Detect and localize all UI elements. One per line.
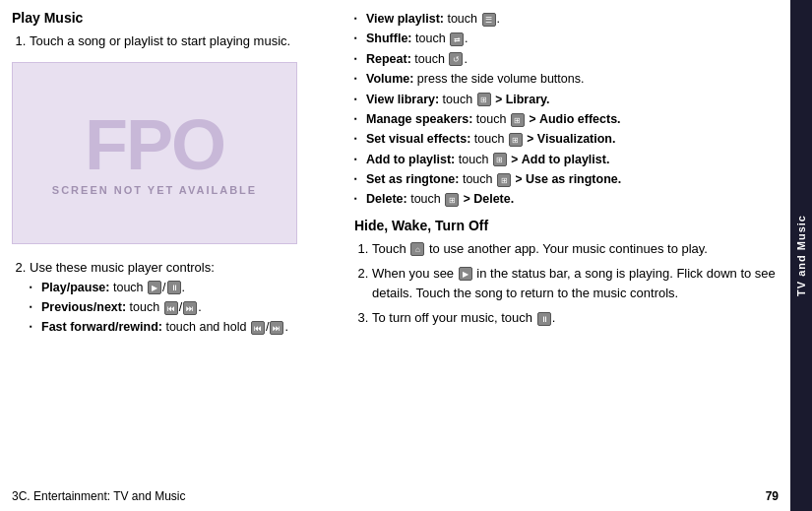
step2-list: Use these music player controls: Play/pa… <box>12 258 337 338</box>
add-to-playlist-option: Add to playlist. <box>522 153 610 166</box>
ctrl-repeat: Repeat: touch ↺. <box>354 50 779 69</box>
hide-step2: When you see ▶ in the status bar, a song… <box>372 264 779 305</box>
visualization-option: Visualization. <box>537 132 616 146</box>
hide-step3: To turn off your music, touch ⏸. <box>372 308 779 329</box>
left-steps-list: Touch a song or playlist to start playin… <box>12 32 337 52</box>
rew-icon: ⏭ <box>270 321 283 335</box>
status-icon: ▶ <box>459 267 472 281</box>
ctrl-delete: Delete: touch ⊞ > Delete. <box>354 190 779 209</box>
ctrl-visual-effects-label: Set visual effects: <box>366 132 470 146</box>
left-column: Play Music Touch a song or playlist to s… <box>12 10 346 501</box>
ctrl-add-playlist-label: Add to playlist: <box>366 153 455 166</box>
home-icon: ⌂ <box>410 242 424 256</box>
controls-list: Play/pause: touch ▶/⏸. Previous/next: to… <box>30 279 337 338</box>
ctrl-view-playlist: View playlist: touch ☰. <box>354 10 779 29</box>
ctrl-volume-label: Volume: <box>366 72 413 86</box>
grid-icon-ring: ⊞ <box>497 173 511 187</box>
ctrl-view-library-label: View library: <box>366 93 439 106</box>
fpo-image-placeholder: FPO SCREEN NOT YET AVAILABLE <box>12 62 297 244</box>
grid-icon-vis: ⊞ <box>509 133 523 147</box>
control-play-pause: Play/pause: touch ▶/⏸. <box>30 279 337 297</box>
hide-step1: Touch ⌂ to use another app. Your music c… <box>372 239 779 260</box>
ctrl-shuffle: Shuffle: touch ⇄. <box>354 30 779 48</box>
side-tab: TV and Music <box>790 0 812 511</box>
delete-option: Delete. <box>473 192 514 206</box>
ctrl-visual-effects: Set visual effects: touch ⊞ > Visualizat… <box>354 130 779 149</box>
control-play-pause-label: Play/pause: <box>41 281 109 294</box>
side-tab-label: TV and Music <box>795 215 807 296</box>
pause-icon: ⏸ <box>167 281 181 294</box>
ctrl-view-library: View library: touch ⊞ > Library. <box>354 91 779 109</box>
audio-effects-option: Audio effects. <box>539 112 621 126</box>
control-prev-next: Previous/next: touch ⏮/⏭. <box>30 298 337 317</box>
right-column: View playlist: touch ☰. Shuffle: touch ⇄… <box>346 10 779 501</box>
ctrl-view-playlist-label: View playlist: <box>366 12 444 26</box>
ctrl-shuffle-label: Shuffle: <box>366 32 412 45</box>
ctrl-delete-label: Delete: <box>366 192 407 206</box>
fpo-label: FPO <box>85 109 224 180</box>
play-icon: ▶ <box>148 281 161 294</box>
repeat-icon: ↺ <box>449 52 463 66</box>
ctrl-manage-speakers: Manage speakers: touch ⊞ > Audio effects… <box>354 110 779 129</box>
fpo-sublabel: SCREEN NOT YET AVAILABLE <box>52 184 257 196</box>
footer-chapter: 3C. Entertainment: TV and Music <box>12 489 186 503</box>
control-prev-next-label: Previous/next: <box>41 300 126 314</box>
page-footer: 3C. Entertainment: TV and Music 79 <box>0 489 790 503</box>
page-title: Play Music <box>12 10 337 26</box>
step2: Use these music player controls: Play/pa… <box>30 258 337 338</box>
grid-icon-del: ⊞ <box>445 193 459 207</box>
pause-stop-icon: ⏸ <box>537 312 551 326</box>
ctrl-set-ringtone: Set as ringtone: touch ⊞ > Use as ringto… <box>354 170 779 189</box>
ffwd-icon: ⏮ <box>251 321 265 335</box>
grid-icon-add: ⊞ <box>493 153 507 166</box>
grid-icon-spk: ⊞ <box>511 113 525 127</box>
shuffle-icon: ⇄ <box>450 32 464 46</box>
control-ffwd-rewind: Fast forward/rewind: touch and hold ⏮/⏭. <box>30 318 337 337</box>
menu-icon: ☰ <box>482 13 496 27</box>
ctrl-repeat-label: Repeat: <box>366 52 411 66</box>
ctrl-volume: Volume: press the side volume buttons. <box>354 70 779 89</box>
ctrl-add-playlist: Add to playlist: touch ⊞ > Add to playli… <box>354 151 779 169</box>
prev-icon: ⏮ <box>164 301 178 315</box>
library-option: Library. <box>506 93 550 106</box>
main-content: Play Music Touch a song or playlist to s… <box>0 0 790 511</box>
control-ffwd-label: Fast forward/rewind: <box>41 320 162 334</box>
hide-wake-heading: Hide, Wake, Turn Off <box>354 218 779 233</box>
ctrl-set-ringtone-label: Set as ringtone: <box>366 172 459 186</box>
hide-steps-list: Touch ⌂ to use another app. Your music c… <box>354 239 779 329</box>
ctrl-manage-speakers-label: Manage speakers: <box>366 112 472 126</box>
next-icon: ⏭ <box>183 301 197 315</box>
grid-icon-lib: ⊞ <box>477 93 491 106</box>
use-as-ringtone-option: Use as ringtone. <box>526 172 621 186</box>
step1: Touch a song or playlist to start playin… <box>30 32 337 52</box>
step2-intro: Use these music player controls: <box>30 260 215 275</box>
footer-page-number: 79 <box>766 489 779 503</box>
more-controls-list: View playlist: touch ☰. Shuffle: touch ⇄… <box>354 10 779 210</box>
